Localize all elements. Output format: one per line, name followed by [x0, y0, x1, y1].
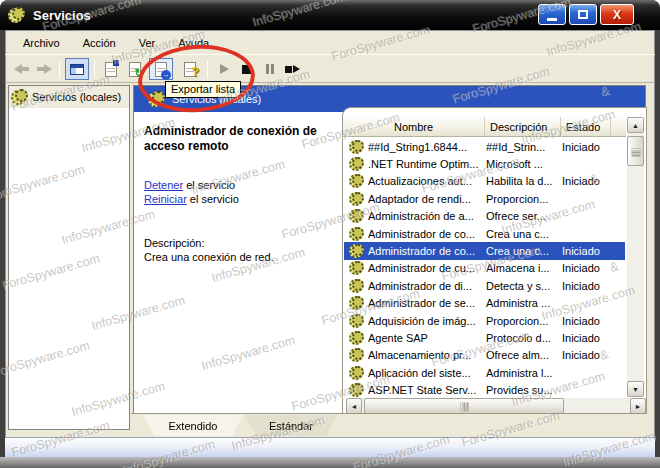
service-gear-icon: [349, 244, 364, 258]
column-header-descripcion[interactable]: Descripción: [485, 117, 561, 136]
cell-name: Administrador de cu...: [368, 262, 486, 274]
forward-button[interactable]: [33, 58, 55, 80]
details-pane: Servicios (locales) Administrador de con…: [133, 85, 646, 413]
table-row[interactable]: Administrador de se...Administra ...: [344, 295, 625, 312]
cell-desc: Proporcion...: [486, 315, 562, 327]
cell-state: Iniciado: [562, 175, 624, 187]
service-gear-icon: [349, 157, 364, 171]
services-list-panel: Nombre Descripción Estado ##Id_String1.6…: [342, 107, 647, 414]
tab-extendido[interactable]: Extendido: [143, 415, 243, 436]
table-row[interactable]: Adaptador de rendi...Proporcion...: [344, 190, 625, 207]
restart-service-link[interactable]: Reiniciar: [144, 193, 187, 205]
cell-desc: Proporcion...: [486, 193, 562, 205]
cell-desc: Habilita la d...: [486, 175, 562, 187]
cell-state: Iniciado: [562, 332, 624, 344]
table-row[interactable]: Administrador de di...Detecta y s...Inic…: [344, 277, 625, 294]
table-row[interactable]: Administrador de cu...Almacena i...Inici…: [344, 260, 625, 277]
table-row[interactable]: .NET Runtime Optim...Microsoft ...: [344, 155, 625, 172]
service-gear-icon: [349, 296, 364, 310]
console-tree-pane: Servicios (locales): [8, 85, 130, 430]
menu-ver[interactable]: Ver: [135, 35, 160, 51]
stop-service-link[interactable]: Detener: [144, 179, 183, 191]
toolbar: ↻ → ?: [5, 54, 655, 83]
service-gear-icon: [349, 209, 364, 223]
window-frame-bottom: [0, 457, 660, 468]
table-row[interactable]: Agente SAPProtocolo d...Iniciado: [344, 329, 625, 346]
forward-icon: [36, 64, 52, 74]
minimize-button[interactable]: [538, 4, 566, 25]
restart-service-suffix: el servicio: [187, 193, 239, 205]
cell-name: Administrador de se...: [368, 297, 486, 309]
pause-service-button[interactable]: [259, 58, 281, 80]
tree-item-label: Servicios (locales): [32, 91, 121, 103]
cell-name: Agente SAP: [368, 332, 486, 344]
service-gear-icon: [349, 192, 364, 206]
table-row[interactable]: Adquisición de imág...Proporcion...Inici…: [344, 312, 625, 329]
cell-desc: Provides su...: [486, 384, 562, 396]
back-button[interactable]: [11, 58, 33, 80]
service-title: Administrador de conexión de acceso remo…: [144, 124, 332, 154]
cell-desc: Microsoft ...: [486, 158, 562, 170]
close-button[interactable]: X: [600, 4, 634, 25]
vertical-scroll-thumb[interactable]: [627, 136, 644, 166]
horizontal-scroll-thumb[interactable]: [364, 398, 564, 414]
column-header-nombre[interactable]: Nombre: [343, 117, 485, 136]
horizontal-scrollbar[interactable]: [346, 398, 646, 414]
table-row[interactable]: Aplicación del siste...Administra l...: [344, 364, 625, 381]
cell-desc: Administra ...: [486, 297, 562, 309]
menu-archivo[interactable]: Archivo: [19, 35, 64, 51]
cell-name: Administrador de co...: [368, 228, 486, 240]
view-tabstrip: Extendido Estándar: [131, 413, 646, 437]
cell-name: Actualizaciones aut...: [368, 175, 486, 187]
cell-name: Administrador de co...: [368, 245, 486, 257]
properties-button[interactable]: [100, 58, 122, 80]
cell-desc: Crea una c...: [486, 245, 562, 257]
cell-name: Almacenamiento pr...: [368, 349, 486, 361]
cell-name: Administrador de di...: [368, 280, 486, 292]
cell-state: Iniciado: [562, 315, 624, 327]
cell-state: Iniciado: [562, 262, 624, 274]
back-icon: [14, 64, 30, 74]
service-gear-icon: [349, 314, 364, 328]
service-gear-icon: [349, 279, 364, 293]
description-label: Descripción:: [144, 236, 332, 250]
table-row[interactable]: Administración de a...Ofrece ser...: [344, 208, 625, 225]
table-row[interactable]: Actualizaciones aut...Habilita la d...In…: [344, 173, 625, 190]
services-window: Servicios X Archivo Acción Ver Ayuda ↻: [0, 0, 660, 468]
table-row[interactable]: Almacenamiento pr...Ofrece alm...Iniciad…: [344, 347, 625, 364]
toolbar-separator: [59, 60, 60, 78]
vertical-scrollbar[interactable]: [627, 117, 644, 397]
restart-icon: [285, 65, 300, 73]
scroll-left-button[interactable]: [346, 398, 362, 414]
menu-accion[interactable]: Acción: [79, 35, 120, 51]
properties-icon: [105, 62, 117, 77]
cell-name: .NET Runtime Optim...: [368, 158, 486, 170]
scroll-right-button[interactable]: [630, 398, 646, 414]
table-row[interactable]: Administrador de co...Crea una c...Inici…: [344, 242, 625, 259]
cell-desc: Crea una c...: [486, 228, 562, 240]
toolbar-separator: [94, 60, 95, 78]
table-row[interactable]: Administrador de co...Crea una c...: [344, 225, 625, 242]
scroll-down-button[interactable]: [627, 381, 644, 397]
cell-name: ASP.NET State Serv...: [368, 384, 486, 396]
window-controls: X: [538, 4, 634, 25]
maximize-button[interactable]: [569, 4, 597, 25]
status-bar: [5, 437, 655, 457]
restart-service-button[interactable]: [281, 58, 303, 80]
service-gear-icon: [349, 348, 364, 362]
cell-desc: Detecta y s...: [486, 280, 562, 292]
scroll-up-button[interactable]: [627, 117, 644, 133]
sidebar-item-servicios-locales[interactable]: Servicios (locales): [9, 86, 129, 108]
show-hide-tree-button[interactable]: [65, 58, 89, 80]
close-icon: X: [613, 8, 621, 22]
table-row[interactable]: ASP.NET State Serv...Provides su...: [344, 381, 625, 398]
tab-estandar[interactable]: Estándar: [245, 415, 337, 436]
table-row[interactable]: ##Id_String1.6844...##Id_Strin...Iniciad…: [344, 138, 625, 155]
minimize-icon: [547, 18, 557, 21]
services-gear-icon: [11, 89, 28, 105]
cell-state: Iniciado: [562, 349, 624, 361]
stop-service-suffix: el servicio: [183, 179, 235, 191]
cell-desc: Almacena i...: [486, 262, 562, 274]
column-header-estado[interactable]: Estado: [561, 117, 611, 136]
service-gear-icon: [349, 140, 364, 154]
